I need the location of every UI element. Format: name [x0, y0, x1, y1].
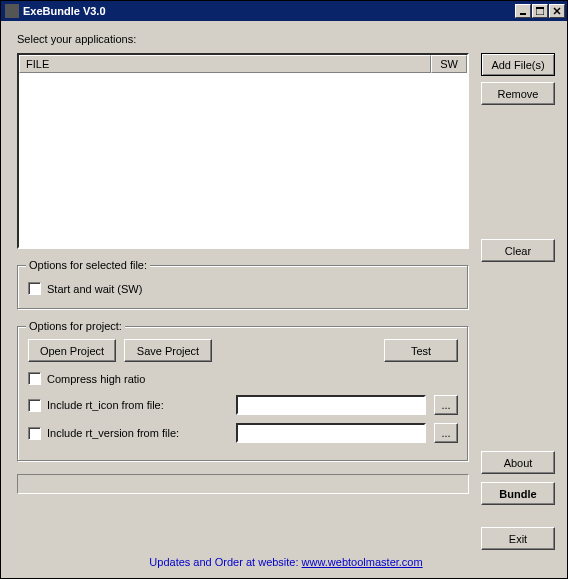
group-selected-file: Options for selected file: Start and wai… [17, 265, 469, 310]
about-button[interactable]: About [481, 451, 555, 474]
compress-checkbox[interactable] [28, 372, 41, 385]
listview-header: FILE SW [19, 55, 467, 73]
include-icon-row: Include rt_icon from file: ... [28, 395, 458, 415]
include-icon-label: Include rt_icon from file: [47, 399, 164, 411]
project-buttons-row: Open Project Save Project Test [28, 339, 458, 362]
footer: Updates and Order at website: www.webtoo… [17, 552, 555, 574]
maximize-button[interactable] [532, 4, 548, 18]
version-path-input[interactable] [236, 423, 426, 443]
browse-icon-button[interactable]: ... [434, 395, 458, 415]
column-header-file[interactable]: FILE [19, 55, 431, 73]
top-area: FILE SW [17, 53, 469, 249]
add-files-button[interactable]: Add File(s) [481, 53, 555, 76]
footer-text: Updates and Order at website: [149, 556, 301, 568]
svg-rect-2 [536, 7, 544, 9]
include-version-row: Include rt_version from file: ... [28, 423, 458, 443]
group-project-legend: Options for project: [26, 320, 125, 332]
group-project: Options for project: Open Project Save P… [17, 326, 469, 462]
maximize-icon [536, 7, 544, 15]
client-area: Select your applications: FILE SW Opti [1, 21, 567, 578]
svg-rect-0 [520, 13, 526, 15]
include-version-label: Include rt_version from file: [47, 427, 179, 439]
save-project-button[interactable]: Save Project [124, 339, 212, 362]
clear-button[interactable]: Clear [481, 239, 555, 262]
window: ExeBundle V3.0 Select your applications: [0, 0, 568, 579]
exit-button[interactable]: Exit [481, 527, 555, 550]
test-button[interactable]: Test [384, 339, 458, 362]
left-column: FILE SW Options for selected file: Start… [17, 53, 469, 552]
main-columns: FILE SW Options for selected file: Start… [17, 53, 555, 552]
select-applications-label: Select your applications: [17, 33, 555, 45]
titlebar: ExeBundle V3.0 [1, 1, 567, 21]
start-and-wait-label: Start and wait (SW) [47, 283, 142, 295]
file-list-wrap: FILE SW [17, 53, 469, 249]
minimize-icon [519, 7, 527, 15]
start-and-wait-row: Start and wait (SW) [28, 282, 458, 295]
remove-button[interactable]: Remove [481, 82, 555, 105]
icon-path-input[interactable] [236, 395, 426, 415]
include-version-checkbox[interactable] [28, 427, 41, 440]
column-header-sw[interactable]: SW [431, 55, 467, 73]
compress-label: Compress high ratio [47, 373, 145, 385]
footer-link[interactable]: www.webtoolmaster.com [302, 556, 423, 568]
include-icon-checkbox[interactable] [28, 399, 41, 412]
right-column: Add File(s) Remove Clear About Bundle Ex… [481, 53, 555, 552]
browse-version-button[interactable]: ... [434, 423, 458, 443]
open-project-button[interactable]: Open Project [28, 339, 116, 362]
file-listview[interactable]: FILE SW [17, 53, 469, 249]
compress-row: Compress high ratio [28, 372, 458, 385]
status-bar [17, 474, 469, 494]
minimize-button[interactable] [515, 4, 531, 18]
close-button[interactable] [549, 4, 565, 18]
start-and-wait-checkbox[interactable] [28, 282, 41, 295]
window-title: ExeBundle V3.0 [23, 5, 515, 17]
app-icon [5, 4, 19, 18]
window-controls [515, 4, 565, 18]
close-icon [553, 7, 561, 15]
group-selected-legend: Options for selected file: [26, 259, 150, 271]
bundle-button[interactable]: Bundle [481, 482, 555, 505]
